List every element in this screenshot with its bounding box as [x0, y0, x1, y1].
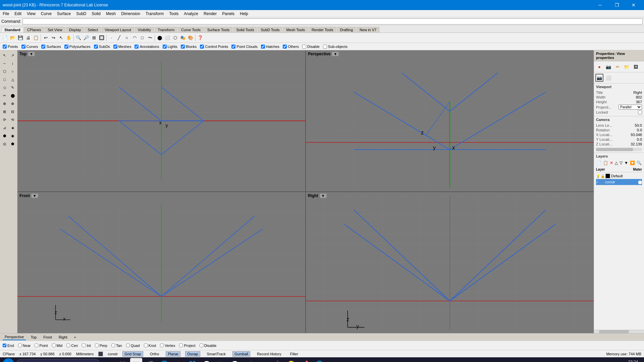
taskbar-game[interactable]: 🎮 [215, 358, 227, 362]
vis-item-polysurfaces[interactable]: Polysurfaces [64, 45, 91, 49]
layer-check-constr[interactable]: ✓ [596, 180, 599, 184]
menu-item-edit[interactable]: Edit [12, 10, 24, 17]
layer-row-default[interactable]: 💡 🔓 Default [596, 173, 642, 179]
rect-icon[interactable]: □ [139, 34, 146, 42]
vis-checkbox-polysurfaces[interactable] [64, 45, 68, 49]
menu-item-view[interactable]: View [24, 10, 38, 17]
planar-btn[interactable]: Planar [166, 351, 180, 357]
viewport-front-dropdown[interactable]: ▼ [31, 193, 38, 198]
layer-new-btn[interactable]: 📄 [596, 160, 602, 166]
open-icon[interactable]: 📂 [9, 34, 16, 42]
taskbar-meet[interactable]: 📹 [243, 358, 255, 362]
material-icon[interactable]: 🎨 [187, 34, 194, 42]
layer-row-constr[interactable]: ✓ constr ⬤ [596, 179, 642, 185]
taskbar-app1[interactable]: 😎 [285, 358, 297, 362]
left-tool-18[interactable]: ⊿ [1, 124, 8, 131]
grid-snap-btn[interactable]: Grid Snap [122, 351, 143, 357]
toolbar-tab-mesh-tools[interactable]: Mesh Tools [283, 27, 308, 33]
left-tool-2[interactable]: ↔ [1, 60, 8, 67]
taskbar-chat[interactable]: 💬 [201, 358, 213, 362]
snap-item-disable[interactable]: Disable [200, 344, 217, 348]
viewport-right-dropdown[interactable]: ▼ [320, 193, 327, 198]
layer-color-default[interactable] [605, 174, 610, 178]
prop-icon-camera-active[interactable]: 📷 [595, 74, 603, 82]
print-icon[interactable]: 🖨 [24, 34, 32, 42]
layer-lock-default[interactable]: 🔓 [601, 174, 605, 178]
taskbar-spotify[interactable]: 🎵 [144, 358, 156, 362]
vis-item-points[interactable]: Points [3, 45, 18, 49]
snap-checkbox-point[interactable] [35, 344, 38, 347]
vis-checkbox-curves[interactable] [21, 45, 25, 49]
vis-checkbox-control points[interactable] [200, 45, 204, 49]
toolbar-tab-surface-tools[interactable]: Surface Tools [204, 27, 232, 33]
left-tool-10[interactable]: ✂ [1, 92, 8, 99]
left-tool-6[interactable]: □ [1, 76, 8, 83]
left-tool-9[interactable]: ✎ [9, 84, 16, 91]
layer-expand-btn[interactable]: ▼ [624, 160, 629, 166]
taskbar-files[interactable]: 📁 [116, 358, 128, 362]
layer-color-constr[interactable] [599, 180, 604, 184]
vis-checkbox-surfaces[interactable] [41, 45, 45, 49]
vis-checkbox-subds[interactable] [94, 45, 98, 49]
taskbar-people[interactable]: 👥 [257, 358, 269, 362]
filter-btn[interactable]: Filter [288, 351, 300, 357]
snap-item-project[interactable]: Project [179, 344, 195, 348]
snap-item-tan[interactable]: Tan [111, 344, 122, 348]
snap-checkbox-vertex[interactable] [160, 344, 164, 347]
snap-item-quad[interactable]: Quad [126, 344, 140, 348]
viewport-tab-top[interactable]: Top [29, 335, 39, 340]
viewport-perspective-dropdown[interactable]: ▼ [332, 52, 339, 56]
snap-checkbox-project[interactable] [179, 344, 183, 347]
zoom-in-icon[interactable]: 🔍 [75, 34, 82, 42]
vis-checkbox-lights[interactable] [163, 45, 167, 49]
snap-checkbox-disable[interactable] [200, 344, 203, 347]
toolbar-tab-drafting[interactable]: Drafting [337, 27, 356, 33]
left-tool-22[interactable]: ◎ [1, 140, 8, 147]
vis-item-meshes[interactable]: Meshes [113, 45, 131, 49]
taskbar-chrome[interactable]: 🌐 [313, 358, 325, 362]
layer-collapse-btn[interactable]: 🔽 [630, 160, 635, 166]
record-history-btn[interactable]: Record History [255, 351, 283, 357]
menu-item-file[interactable]: File [0, 10, 12, 17]
toolbar-tab-render-tools[interactable]: Render Tools [309, 27, 336, 33]
layers-scrollbar[interactable] [594, 330, 644, 333]
pan-icon[interactable]: ✋ [65, 34, 72, 42]
osnap-btn[interactable]: Osnap [185, 351, 200, 357]
sphere-icon[interactable]: ⬤ [156, 34, 163, 42]
left-tool-19[interactable]: ◈ [9, 124, 16, 131]
viewport-right[interactable]: Right ▼ [306, 192, 594, 333]
menu-item-render[interactable]: Render [201, 10, 219, 17]
snap-item-point[interactable]: Point [35, 344, 48, 348]
snap-checkbox-quad[interactable] [126, 344, 130, 347]
help-icon[interactable]: ❓ [197, 34, 204, 42]
left-tool-13[interactable]: ⊗ [9, 100, 16, 107]
layer-copy-btn[interactable]: 📋 [603, 160, 608, 166]
minimize-button[interactable]: ─ [592, 0, 608, 10]
viewport-tab-perspective[interactable]: Perspective [3, 334, 26, 340]
prop-icon-folder[interactable]: 📁 [623, 63, 631, 71]
snap-item-mid[interactable]: Mid [52, 344, 63, 348]
close-button[interactable]: ✕ [626, 0, 641, 10]
menu-item-mesh[interactable]: Mesh [103, 10, 118, 17]
point-icon[interactable]: · [108, 34, 115, 42]
zoom-all-icon[interactable]: ⊞ [90, 34, 98, 42]
zoom-out-icon[interactable]: 🔎 [83, 34, 90, 42]
left-tool-11[interactable]: ⬤ [9, 92, 16, 99]
snap-item-perp[interactable]: Perp [95, 344, 107, 348]
menu-item-curve[interactable]: Curve [38, 10, 54, 17]
snap-icon[interactable]: 🔲 [98, 34, 105, 42]
taskbar-vscode[interactable]: 💙 [186, 358, 199, 362]
viewport-tab-right[interactable]: Right [57, 335, 69, 340]
box-icon[interactable]: ⬜ [164, 34, 171, 42]
layer-vis-default[interactable]: 💡 [596, 174, 600, 178]
left-tool-8[interactable]: ◇ [1, 84, 8, 91]
viewport-top[interactable]: Top ▼ [17, 50, 305, 191]
layer-filter-btn[interactable]: 🔍 [636, 160, 642, 166]
prop-icon-image[interactable]: 🖼 [632, 63, 640, 71]
menu-item-analyze[interactable]: Analyze [181, 10, 201, 17]
vis-item-disable[interactable]: Disable [302, 45, 320, 49]
toolbar-tab-viewport-layout[interactable]: Viewport Layout [102, 27, 134, 33]
arc-icon[interactable]: ◠ [131, 34, 138, 42]
left-tool-15[interactable]: ⊟ [9, 108, 16, 115]
vis-item-lights[interactable]: Lights [163, 45, 177, 49]
